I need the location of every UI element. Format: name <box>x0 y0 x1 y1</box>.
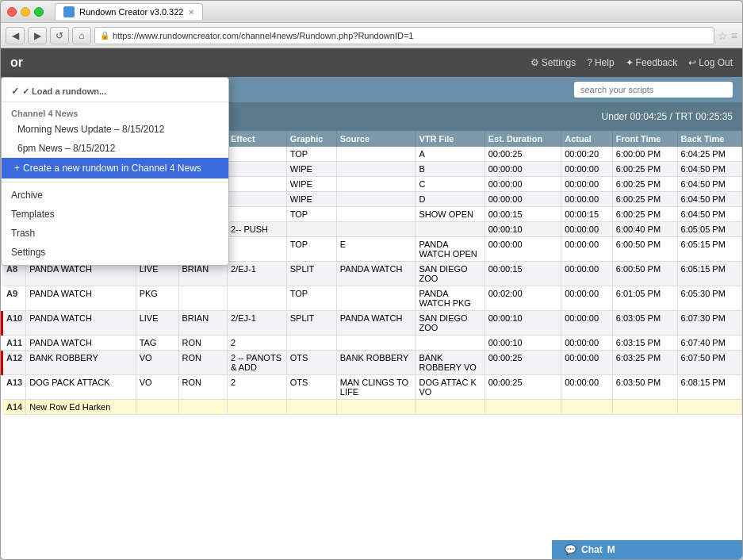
row-front: 6:03:50 PM <box>612 375 677 400</box>
row-back: 6:04:50 PM <box>677 192 741 207</box>
row-effect <box>228 286 287 311</box>
chat-suffix: M <box>607 544 615 555</box>
bookmark-button[interactable]: ☆ <box>718 29 728 42</box>
row-talent: TAG <box>136 336 178 351</box>
row-source <box>336 336 416 351</box>
row-camera: RON <box>178 375 228 400</box>
row-front: 6:03:05 PM <box>612 311 677 336</box>
help-button[interactable]: ? Help <box>587 57 614 68</box>
help-label: Help <box>595 57 615 68</box>
archive-item[interactable]: Archive <box>2 186 228 205</box>
browser-tab[interactable]: Rundown Creator v3.0.322 ✕ <box>55 3 203 20</box>
ssl-icon: 🔒 <box>100 31 109 40</box>
row-actual: 00:00:20 <box>561 147 613 162</box>
row-vtr <box>416 222 484 237</box>
row-source <box>336 192 416 207</box>
row-est: 00:02:00 <box>484 286 561 311</box>
dropdown-divider-2 <box>2 182 228 182</box>
row-actual: 00:00:00 <box>561 192 613 207</box>
row-vtr: BANK ROBBERY VO <box>416 351 484 375</box>
templates-item[interactable]: Templates <box>2 205 228 224</box>
table-row[interactable]: A12 BANK ROBBERY VO RON 2 -- PANOTS & AD… <box>2 351 742 375</box>
dropdown-divider-1 <box>2 102 228 102</box>
row-camera: BRIAN <box>178 311 228 336</box>
row-est: 00:00:10 <box>484 222 561 237</box>
tab-close-button[interactable]: ✕ <box>188 8 194 17</box>
chat-bar[interactable]: 💬 Chat M <box>552 540 742 559</box>
row-source: PANDA WATCH <box>336 311 416 336</box>
row-est: 00:00:10 <box>484 311 561 336</box>
settings-item[interactable]: Settings <box>2 243 228 262</box>
row-actual: 00:00:00 <box>561 177 613 192</box>
row-vtr: PANDA WATCH PKG <box>416 286 484 311</box>
row-vtr: PANDA WATCH OPEN <box>416 237 484 262</box>
row-back: 6:04:50 PM <box>677 207 741 222</box>
minimize-button[interactable] <box>21 7 30 17</box>
table-row[interactable]: A9 PANDA WATCH PKG TOP PANDA WATCH PKG 0… <box>2 286 742 311</box>
row-vtr: B <box>416 162 484 177</box>
row-actual: 00:00:00 <box>561 286 613 311</box>
row-source <box>336 162 416 177</box>
row-back: 6:08:15 PM <box>677 375 741 400</box>
row-front <box>612 400 677 415</box>
feedback-button[interactable]: ✦ Feedback <box>626 57 678 68</box>
row-back: 6:04:50 PM <box>677 162 741 177</box>
row-actual: 00:00:00 <box>561 311 613 336</box>
table-row[interactable]: A13 DOG PACK ATTACK VO RON 2 OTS MAN CLI… <box>2 375 742 400</box>
logout-button[interactable]: ↩ Log Out <box>688 57 733 68</box>
row-camera <box>178 400 228 415</box>
row-slug: New Row Ed Harken <box>26 400 136 415</box>
close-button[interactable] <box>7 7 17 17</box>
row-actual: 00:00:00 <box>561 375 613 400</box>
row-effect <box>228 147 287 162</box>
col-front: Front Time <box>612 131 677 147</box>
row-camera: RON <box>178 336 228 351</box>
row-graphic: OTS <box>286 375 336 400</box>
maximize-button[interactable] <box>34 7 44 17</box>
row-source <box>336 222 416 237</box>
row-effect <box>228 207 287 222</box>
row-actual: 00:00:00 <box>561 336 613 351</box>
row-actual: 00:00:00 <box>561 262 613 286</box>
col-vtr: VTR File <box>416 131 484 147</box>
row-est: 00:00:25 <box>484 375 561 400</box>
back-button[interactable]: ◀ <box>6 27 25 44</box>
dropdown-menu: ✓ ✓ Load a rundown... Channel 4 News Mor… <box>1 77 229 266</box>
row-vtr <box>416 400 484 415</box>
settings-button[interactable]: ⚙ Settings <box>530 57 576 68</box>
table-row[interactable]: A10 PANDA WATCH LIVE BRIAN 2/EJ-1 SPLIT … <box>2 311 742 336</box>
forward-button[interactable]: ▶ <box>28 27 47 44</box>
search-input[interactable] <box>574 82 733 98</box>
create-rundown-button[interactable]: + Create a new rundown in Channel 4 News <box>2 158 228 178</box>
row-slug: DOG PACK ATTACK <box>26 375 136 400</box>
row-vtr: SAN DIEGO ZOO <box>416 311 484 336</box>
rundown-item-2[interactable]: 6pm News – 8/15/2012 <box>2 139 228 158</box>
trt-info: Under 00:04:25 / TRT 00:25:35 <box>602 111 733 122</box>
row-back: 6:04:50 PM <box>677 177 741 192</box>
address-bar[interactable]: 🔒 https://www.rundowncreator.com/channel… <box>94 27 714 44</box>
trash-item[interactable]: Trash <box>2 224 228 243</box>
row-graphic: SPLIT <box>286 311 336 336</box>
row-actual <box>561 400 613 415</box>
row-back: 6:05:30 PM <box>677 286 741 311</box>
reload-button[interactable]: ↺ <box>50 27 69 44</box>
row-graphic: WIPE <box>286 192 336 207</box>
menu-button[interactable]: ≡ <box>731 29 737 42</box>
dropdown-load-header[interactable]: ✓ ✓ Load a rundown... <box>2 81 228 98</box>
row-actual: 00:00:00 <box>561 351 613 375</box>
table-row[interactable]: A14 New Row Ed Harken <box>2 400 742 415</box>
row-graphic: WIPE <box>286 162 336 177</box>
row-est <box>484 400 561 415</box>
row-source <box>336 177 416 192</box>
row-est: 00:00:00 <box>484 192 561 207</box>
row-source <box>336 400 416 415</box>
row-est: 00:00:00 <box>484 162 561 177</box>
row-source: E <box>336 237 416 262</box>
checkmark-icon: ✓ <box>11 86 19 97</box>
table-row[interactable]: A11 PANDA WATCH TAG RON 2 00:00:10 00:00… <box>2 336 742 351</box>
home-button[interactable]: ⌂ <box>72 27 91 44</box>
rundown-item-1[interactable]: Morning News Update – 8/15/2012 <box>2 120 228 139</box>
row-slug: PANDA WATCH <box>26 286 136 311</box>
row-back: 6:07:50 PM <box>677 351 741 375</box>
settings-label: Settings <box>542 57 576 68</box>
